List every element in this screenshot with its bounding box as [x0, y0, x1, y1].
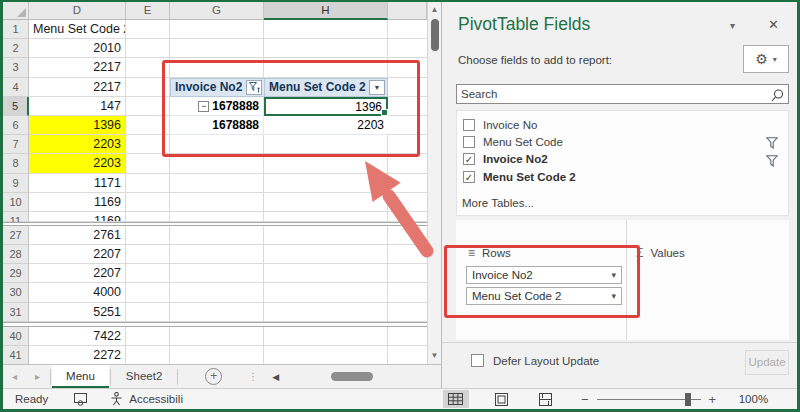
cell-e7[interactable]	[126, 135, 170, 154]
cell-g30[interactable]	[170, 283, 264, 302]
cell-e2[interactable]	[126, 39, 170, 58]
cell-h30[interactable]	[264, 283, 388, 302]
cell-partial11[interactable]	[388, 212, 427, 222]
page-break-preview-button[interactable]	[533, 390, 559, 408]
cell-d7[interactable]: 2203	[29, 135, 126, 154]
cell-e40[interactable]	[126, 327, 170, 346]
pivot-dropdown-button[interactable]: ▼	[369, 80, 385, 95]
pivot-cell-code-1-selected[interactable]: 1396	[264, 97, 388, 116]
row-header-40[interactable]: 40	[3, 327, 29, 346]
cell-d29[interactable]: 2207	[29, 264, 126, 283]
cell-h31[interactable]	[264, 303, 388, 322]
column-header-d[interactable]: D	[29, 2, 126, 20]
row-header-9[interactable]: 9	[3, 174, 29, 193]
cell-partial4[interactable]	[388, 78, 427, 97]
field-search-box[interactable]	[456, 84, 789, 104]
cell-h7[interactable]	[264, 135, 388, 154]
pivot-header-code[interactable]: Menu Set Code 2 ▼	[264, 78, 388, 97]
new-sheet-button[interactable]: +	[205, 368, 222, 385]
cell-partial3[interactable]	[388, 58, 427, 77]
pivot-cell-code-2[interactable]: 2203	[264, 116, 388, 135]
cell-e41[interactable]	[126, 346, 170, 364]
scroll-up-icon[interactable]: ▲	[428, 5, 441, 14]
row-header-3[interactable]: 3	[3, 58, 29, 77]
cell-e27[interactable]	[126, 226, 170, 245]
cell-d11[interactable]: 1169	[29, 212, 126, 222]
field-checkbox-invoice-no2[interactable]: ✓	[463, 153, 475, 165]
column-header-g[interactable]: G	[170, 2, 264, 20]
cell-e9[interactable]	[126, 174, 170, 193]
zoom-slider[interactable]	[597, 393, 701, 406]
cell-g10[interactable]	[170, 193, 264, 212]
cell-e6[interactable]	[126, 116, 170, 135]
cell-h2[interactable]	[264, 39, 388, 58]
status-accessibility-label[interactable]: Accessibili	[129, 393, 183, 405]
cell-g3[interactable]	[170, 58, 264, 77]
cell-d31[interactable]: 5251	[29, 303, 126, 322]
zoom-out-button[interactable]: −	[581, 392, 589, 407]
cell-partial30[interactable]	[388, 283, 427, 302]
cell-g31[interactable]	[170, 303, 264, 322]
field-item-invoice-no2[interactable]: ✓Invoice No2	[463, 151, 782, 168]
pane-options-icon[interactable]: ▾	[730, 20, 735, 31]
row-header-6[interactable]: 6	[3, 116, 29, 135]
cell-g40[interactable]	[170, 327, 264, 346]
cell-h41[interactable]	[264, 346, 388, 364]
row-header-30[interactable]: 30	[3, 283, 29, 302]
cell-d30[interactable]: 4000	[29, 283, 126, 302]
select-all-corner[interactable]	[3, 2, 29, 20]
cell-partial28[interactable]	[388, 245, 427, 264]
cell-e1[interactable]	[126, 20, 170, 39]
cell-partial1[interactable]	[388, 20, 427, 39]
cell-partial29[interactable]	[388, 264, 427, 283]
field-checkbox-menu-set-code[interactable]	[463, 136, 475, 148]
cell-h27[interactable]	[264, 226, 388, 245]
cell-partial31[interactable]	[388, 303, 427, 322]
vertical-scrollbar-thumb[interactable]	[431, 19, 439, 51]
zoom-slider-thumb[interactable]	[685, 393, 691, 406]
cell-partial10[interactable]	[388, 193, 427, 212]
cell-h10[interactable]	[264, 193, 388, 212]
row-header-27[interactable]: 27	[3, 226, 29, 245]
cell-e11[interactable]	[126, 212, 170, 222]
defer-layout-checkbox[interactable]	[471, 354, 484, 367]
cell-d10[interactable]: 1169	[29, 193, 126, 212]
row-header-8[interactable]: 8	[3, 154, 29, 173]
accessibility-icon[interactable]	[110, 392, 123, 406]
cell-g28[interactable]	[170, 245, 264, 264]
cell-partial7[interactable]	[388, 135, 427, 154]
hscroll-left-icon[interactable]: ◀	[272, 372, 279, 382]
row-header-1[interactable]: 1	[3, 20, 29, 39]
cell-e5[interactable]	[126, 97, 170, 116]
field-item-invoice-no[interactable]: Invoice No	[463, 116, 782, 133]
rows-field-pill-invoice-no2[interactable]: Invoice No2▾	[466, 266, 622, 284]
row-header-31[interactable]: 31	[3, 303, 29, 322]
cell-g7[interactable]	[170, 135, 264, 154]
normal-view-button[interactable]	[443, 390, 469, 408]
collapse-button[interactable]: −	[198, 101, 209, 112]
row-header-11[interactable]: 11	[3, 212, 29, 222]
cell-e10[interactable]	[126, 193, 170, 212]
cell-e28[interactable]	[126, 245, 170, 264]
rows-field-pill-menu-set-code-2[interactable]: Menu Set Code 2▾	[466, 287, 622, 305]
cell-partial41[interactable]	[388, 346, 427, 364]
cell-g41[interactable]	[170, 346, 264, 364]
cell-d8[interactable]: 2203	[29, 154, 126, 173]
cell-partial9[interactable]	[388, 174, 427, 193]
more-tables-link[interactable]: More Tables...	[462, 197, 534, 209]
cell-d40[interactable]: 7422	[29, 327, 126, 346]
cell-d6[interactable]: 1396	[29, 116, 126, 135]
cell-e4[interactable]	[126, 78, 170, 97]
column-header-h[interactable]: H	[264, 2, 388, 20]
cell-d2[interactable]: 2010	[29, 39, 126, 58]
cell-h28[interactable]	[264, 245, 388, 264]
column-header-e[interactable]: E	[126, 2, 170, 20]
cell-g8[interactable]	[170, 154, 264, 173]
cell-h3[interactable]	[264, 58, 388, 77]
pivot-header-invoice[interactable]: Invoice No2	[170, 78, 264, 97]
cell-g1[interactable]	[170, 20, 264, 39]
cell-e29[interactable]	[126, 264, 170, 283]
cell-partial5[interactable]	[388, 97, 427, 116]
close-icon[interactable]: ✕	[768, 17, 779, 32]
sheet-tab-menu[interactable]: Menu	[52, 365, 109, 388]
